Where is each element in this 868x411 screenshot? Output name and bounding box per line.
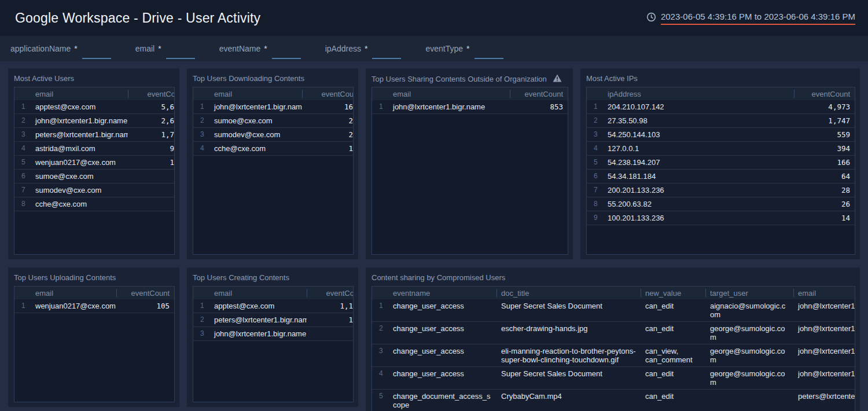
clock-icon [646, 12, 656, 24]
cell-target_user: george@sumologic.com [705, 322, 793, 344]
table-row[interactable]: 1apptest@cxe.com1,1 [193, 299, 354, 313]
cell-eventCount: 5,6 [128, 100, 175, 114]
table-row[interactable]: 5wenjuan0217@cxe.com1 [14, 156, 175, 170]
table-row[interactable]: 5change_document_access_scopeCrybabyCam.… [372, 390, 855, 411]
ipAddress-filter-input[interactable] [372, 46, 401, 59]
data-table: ipAddresseventCount1204.210.107.1424,973… [586, 87, 855, 255]
table-row[interactable]: 7200.201.133.23628 [587, 184, 855, 197]
row-index: 4 [193, 142, 209, 156]
column-header-email[interactable]: email [209, 287, 307, 299]
table-row[interactable]: 4127.0.0.1394 [587, 142, 855, 156]
cell-email: john@lxrtcenter1.bigr.name [793, 367, 855, 390]
cell-email: cche@cxe.com [209, 142, 302, 156]
table-row[interactable]: 1change_user_accessSuper Secret Sales Do… [372, 299, 855, 322]
table-row[interactable]: 1wenjuan0217@cxe.com105 [14, 299, 174, 313]
time-range-control[interactable]: 2023-06-05 4:39:16 PM to 2023-06-06 4:39… [646, 12, 855, 25]
table-row[interactable]: 1john@lxrtcenter1.bigr.name853 [372, 100, 568, 114]
table-row[interactable]: 2sumoe@cxe.com2 [193, 114, 354, 128]
column-header-email[interactable]: email [793, 287, 855, 299]
filter-eventType: eventType * [425, 36, 503, 61]
column-header-email[interactable]: email [209, 87, 302, 100]
index-column-header [193, 287, 209, 299]
row-index: 3 [372, 344, 388, 367]
row-index: 1 [14, 299, 31, 313]
table-row[interactable]: 4cche@cxe.com1 [193, 142, 354, 156]
table-header-row: ipAddresseventCount [587, 87, 855, 100]
index-column-header [587, 87, 603, 100]
table-row[interactable]: 1john@lxrtcenter1.bigr.name16 [193, 100, 354, 114]
row-index: 1 [372, 100, 388, 114]
column-header-eventCount[interactable]: eventCount [510, 87, 568, 100]
cell-eventname: change_user_access [388, 367, 496, 390]
row-index: 2 [587, 114, 603, 128]
table-row[interactable]: 2john@lxrtcenter1.bigr.name2,6 [14, 114, 175, 128]
table-row[interactable]: 3john@lxrtcenter1.bigr.name [193, 327, 354, 341]
table-row[interactable]: 6sumoe@cxe.com [14, 170, 175, 184]
table-row[interactable]: 2change_user_accessescher-drawing-hands.… [372, 322, 855, 344]
table-row[interactable]: 855.200.63.8226 [587, 197, 855, 211]
table-row[interactable]: 2peters@lxrtcenter1.bigr.name1 [193, 313, 354, 327]
cell-ipAddress: 127.0.0.1 [603, 142, 794, 156]
cell-eventCount: 1 [302, 142, 354, 156]
table-header-row: emaileventCount [193, 287, 354, 299]
row-index: 3 [193, 327, 209, 341]
table-row[interactable]: 4change_user_accessSuper Secret Sales Do… [372, 367, 855, 390]
table-row[interactable]: 3change_user_accesseli-manning-reaction-… [372, 344, 855, 367]
cell-ipAddress: 54.34.181.184 [603, 170, 794, 184]
row-index: 1 [14, 100, 31, 114]
cell-doc_title: eli-manning-reaction-to-brother-peytons-… [496, 344, 641, 367]
column-header-email[interactable]: email [31, 87, 128, 100]
cell-eventCount [307, 327, 354, 341]
cell-eventname: change_user_access [388, 322, 496, 344]
cell-email: sumoe@cxe.com [209, 114, 302, 128]
cell-new_value: can_edit [641, 390, 705, 411]
column-header-target_user[interactable]: target_user [705, 287, 793, 299]
column-header-eventCount[interactable]: eventCount [302, 87, 354, 100]
cell-email: peters@lxrtcenter1.bigr.name [31, 128, 128, 142]
column-header-eventCount[interactable]: eventCount [116, 287, 174, 299]
column-header-eventCount[interactable]: eventCount [307, 287, 354, 299]
email-filter-input[interactable] [166, 46, 195, 59]
column-header-eventCount[interactable]: eventCount [794, 87, 855, 100]
column-header-email[interactable]: email [31, 287, 116, 299]
cell-eventCount: 1 [307, 313, 354, 327]
table-row[interactable]: 4astrida@mxil.com9 [14, 142, 175, 156]
column-header-eventCount[interactable]: eventCount [128, 87, 175, 100]
table-row[interactable]: 354.250.144.103559 [587, 128, 855, 142]
page-title: Google Workspace - Drive - User Activity [15, 10, 260, 26]
table-row[interactable]: 654.34.181.18464 [587, 170, 855, 184]
column-header-doc_title[interactable]: doc_title [496, 287, 641, 299]
warning-triangle-icon[interactable] [553, 74, 562, 84]
table-row[interactable]: 554.238.194.207166 [587, 156, 855, 170]
cell-email: apptest@cxe.com [31, 100, 128, 114]
applicationName-filter-input[interactable] [82, 46, 111, 59]
column-header-new_value[interactable]: new_value [641, 287, 705, 299]
cell-ipAddress: 55.200.63.82 [603, 197, 794, 211]
table-row[interactable]: 8cche@cxe.com [14, 197, 175, 211]
row-index: 2 [193, 114, 209, 128]
cell-eventCount [128, 170, 175, 184]
table-row[interactable]: 9100.201.133.23614 [587, 211, 855, 225]
table-row[interactable]: 1204.210.107.1424,973 [587, 100, 855, 114]
eventName-filter-input[interactable] [272, 46, 301, 59]
table-row[interactable]: 227.35.50.981,747 [587, 114, 855, 128]
cell-email: wenjuan0217@cxe.com [31, 156, 128, 170]
column-header-eventname[interactable]: eventname [388, 287, 496, 299]
cell-email: wenjuan0217@cxe.com [31, 299, 116, 313]
eventType-filter-input[interactable] [475, 46, 503, 59]
table-row[interactable]: 3sumodev@cxe.com2 [193, 128, 354, 142]
cell-email: peters@lxrtcenter1.bigr.name [209, 313, 307, 327]
panel-top-users-creating: Top Users Creating Contents emaileventCo… [187, 267, 358, 407]
column-header-ipAddress[interactable]: ipAddress [603, 87, 794, 100]
cell-email: apptest@cxe.com [209, 299, 307, 313]
panel-title: Content sharing by Compromised Users [366, 267, 860, 282]
table-row[interactable]: 1apptest@cxe.com5,6 [14, 100, 175, 114]
table-row[interactable]: 7sumodev@cxe.com [14, 184, 175, 197]
cell-doc_title: CrybabyCam.mp4 [496, 390, 641, 411]
column-header-email[interactable]: email [388, 87, 510, 100]
cell-email: astrida@mxil.com [31, 142, 128, 156]
row-index: 5 [587, 156, 603, 170]
cell-email: peters@lxrtcenter1.bigr.name [793, 390, 855, 411]
row-index: 2 [14, 114, 31, 128]
table-row[interactable]: 3peters@lxrtcenter1.bigr.name1,7 [14, 128, 175, 142]
